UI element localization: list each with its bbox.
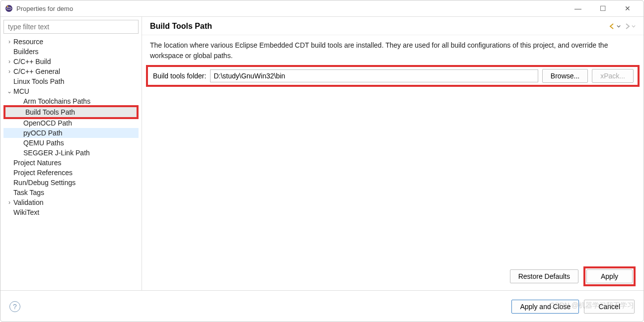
tree-item-label: pyOCD Path bbox=[23, 129, 63, 137]
apply-and-close-button[interactable]: Apply and Close bbox=[511, 300, 579, 314]
tree-item-label: OpenOCD Path bbox=[23, 119, 72, 127]
cancel-button[interactable]: Cancel bbox=[584, 300, 635, 314]
nav-icons bbox=[609, 23, 636, 30]
apply-button[interactable]: Apply bbox=[586, 269, 633, 283]
tree-item-openocd-path[interactable]: OpenOCD Path bbox=[3, 118, 139, 128]
tree-item-wikitext[interactable]: WikiText bbox=[3, 207, 139, 217]
tree-item-label: Resource bbox=[13, 38, 43, 46]
twisty-icon[interactable]: ⌄ bbox=[5, 88, 13, 95]
bottom-buttons: Restore Defaults Apply bbox=[142, 262, 644, 290]
tree-item-resource[interactable]: ›Resource bbox=[3, 37, 139, 47]
filter-input[interactable] bbox=[3, 20, 139, 34]
tree-item-label: Linux Tools Path bbox=[13, 77, 64, 85]
tree-item-label: SEGGER J-Link Path bbox=[23, 149, 90, 157]
tree-item-label: Arm Toolchains Paths bbox=[23, 97, 90, 105]
forward-dropdown-icon[interactable] bbox=[632, 23, 636, 30]
build-tools-folder-input[interactable] bbox=[210, 69, 538, 82]
tree-item-label: QEMU Paths bbox=[23, 139, 64, 147]
browse-button[interactable]: Browse... bbox=[542, 69, 588, 83]
sidebar: ›ResourceBuilders›C/C++ Build›C/C++ Gene… bbox=[0, 17, 142, 290]
tree-item-label: Run/Debug Settings bbox=[13, 179, 75, 187]
close-button[interactable]: ✕ bbox=[620, 4, 636, 12]
highlighted-tree-item: Build Tools Path bbox=[3, 105, 139, 119]
back-icon[interactable] bbox=[609, 23, 616, 30]
tree-item-pyocd-path[interactable]: pyOCD Path bbox=[3, 128, 139, 138]
tree-item-project-natures[interactable]: Project Natures bbox=[3, 158, 139, 168]
tree-item-label: Build Tools Path bbox=[25, 108, 75, 116]
tree-item-label: C/C++ General bbox=[13, 67, 60, 75]
tree-item-label: Project Natures bbox=[13, 159, 61, 167]
tree-item-mcu[interactable]: ⌄MCU bbox=[3, 86, 139, 96]
build-tools-folder-label: Build tools folder: bbox=[153, 72, 206, 80]
tree-item-validation[interactable]: ›Validation bbox=[3, 197, 139, 207]
tree-item-c-c-build[interactable]: ›C/C++ Build bbox=[3, 57, 139, 66]
maximize-button[interactable]: ☐ bbox=[595, 4, 611, 12]
build-tools-folder-row: Build tools folder: Browse... xPack... bbox=[148, 67, 638, 85]
tree-item-label: Task Tags bbox=[13, 189, 44, 196]
content-header: Build Tools Path bbox=[142, 17, 644, 35]
twisty-icon[interactable]: › bbox=[5, 38, 13, 45]
tree-item-label: C/C++ Build bbox=[13, 58, 51, 65]
tree-item-linux-tools-path[interactable]: Linux Tools Path bbox=[3, 76, 139, 86]
minimize-button[interactable]: — bbox=[570, 4, 586, 12]
highlighted-apply: Apply bbox=[583, 266, 636, 286]
titlebar: Properties for demo — ☐ ✕ bbox=[0, 0, 644, 16]
eclipse-icon bbox=[4, 4, 13, 13]
highlighted-form-area: Build tools folder: Browse... xPack... bbox=[146, 65, 640, 87]
tree-item-arm-toolchains-paths[interactable]: Arm Toolchains Paths bbox=[3, 96, 139, 106]
page-heading: Build Tools Path bbox=[150, 22, 609, 31]
help-icon[interactable]: ? bbox=[9, 301, 20, 312]
tree-item-label: MCU bbox=[13, 87, 29, 95]
tree-item-run-debug-settings[interactable]: Run/Debug Settings bbox=[3, 178, 139, 188]
tree-item-c-c-general[interactable]: ›C/C++ General bbox=[3, 66, 139, 76]
back-dropdown-icon[interactable] bbox=[617, 23, 621, 30]
page-description: The location where various Eclipse Embed… bbox=[142, 35, 644, 65]
twisty-icon[interactable]: › bbox=[5, 199, 13, 206]
xpack-button: xPack... bbox=[592, 69, 634, 83]
forward-icon[interactable] bbox=[624, 23, 631, 30]
tree-item-label: Builders bbox=[13, 48, 39, 56]
tree-item-segger-j-link-path[interactable]: SEGGER J-Link Path bbox=[3, 148, 139, 158]
window-title: Properties for demo bbox=[16, 5, 570, 12]
tree-item-label: Validation bbox=[13, 198, 43, 206]
tree-item-qemu-paths[interactable]: QEMU Paths bbox=[3, 138, 139, 148]
twisty-icon[interactable]: › bbox=[5, 58, 13, 65]
window-controls: — ☐ ✕ bbox=[570, 4, 636, 12]
tree-item-builders[interactable]: Builders bbox=[3, 47, 139, 57]
tree-item-task-tags[interactable]: Task Tags bbox=[3, 188, 139, 197]
category-tree: ›ResourceBuilders›C/C++ Build›C/C++ Gene… bbox=[3, 37, 139, 217]
tree-item-label: Project References bbox=[13, 169, 72, 177]
footer: ? Apply and Close Cancel bbox=[0, 290, 644, 322]
restore-defaults-button[interactable]: Restore Defaults bbox=[510, 269, 578, 283]
tree-item-build-tools-path[interactable]: Build Tools Path bbox=[5, 107, 137, 117]
tree-item-project-references[interactable]: Project References bbox=[3, 168, 139, 178]
content-pane: Build Tools Path The location where vari… bbox=[142, 17, 644, 290]
twisty-icon[interactable]: › bbox=[5, 68, 13, 75]
tree-item-label: WikiText bbox=[13, 208, 39, 216]
svg-point-2 bbox=[7, 6, 8, 7]
